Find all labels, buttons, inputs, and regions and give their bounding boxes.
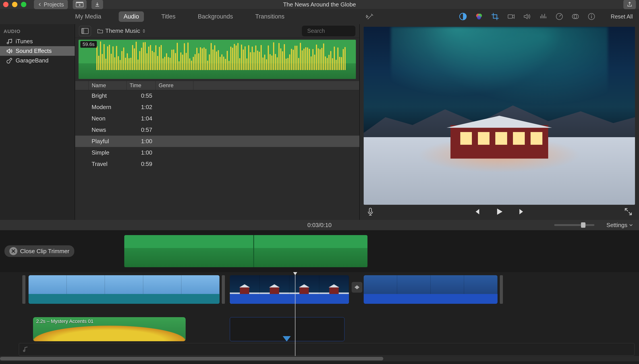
folder-selector[interactable]: Theme Music [97,28,146,34]
clip-filter-button[interactable] [572,12,580,20]
speaker-icon [6,48,12,54]
audio-row[interactable]: News0:57 [75,124,360,136]
share-icon [626,1,633,8]
maximize-window-button[interactable] [21,2,26,7]
audio-row[interactable]: Bright0:55 [75,90,360,102]
clip-edge-handle[interactable] [222,275,225,304]
chevron-left-icon [38,2,42,6]
import-icon [76,2,84,7]
import-media-button[interactable] [73,0,86,9]
folder-label: Theme Music [105,28,140,34]
volume-button[interactable] [523,12,531,20]
tab-audio[interactable]: Audio [119,12,144,22]
playhead[interactable] [295,274,296,359]
enhance-button[interactable] [366,12,375,21]
download-button[interactable] [92,0,103,9]
toolbar: My Media Audio Titles Backgrounds Transi… [0,9,639,24]
timeline[interactable]: 2.2s – Mystery Accents 01 [0,272,639,361]
info-button[interactable] [588,12,596,20]
music-note-icon [6,38,12,44]
close-window-button[interactable] [3,2,8,7]
svg-rect-6 [508,15,512,18]
video-clip-3[interactable] [364,275,498,304]
sidebar-item-garageband[interactable]: GarageBand [0,56,75,65]
audio-row[interactable]: Playful1:00 [75,136,360,147]
close-icon: ✕ [9,247,18,255]
audio-clip-label: 2.2s – Mystery Accents 01 [36,318,94,324]
minimize-window-button[interactable] [12,2,18,7]
audio-clip-mystery-accents[interactable]: 2.2s – Mystery Accents 01 [33,317,186,341]
noise-reduction-button[interactable] [539,12,547,20]
marker-pointer-icon [283,336,291,342]
projects-back-button[interactable]: Projects [34,0,68,9]
voiceover-button[interactable] [366,207,375,218]
sidebar-item-label: Sound Effects [16,48,52,54]
transition-badge[interactable] [352,282,362,293]
magic-wand-icon [366,12,375,21]
tab-my-media[interactable]: My Media [70,12,106,22]
background-music-well[interactable] [19,343,634,356]
video-preview[interactable] [364,27,635,205]
sidebar-item-label: GarageBand [16,57,48,64]
tab-transitions[interactable]: Transitions [250,12,290,22]
audio-row[interactable]: Travel0:59 [75,158,360,170]
stabilization-button[interactable] [507,12,515,20]
detached-audio-clip[interactable] [230,317,344,341]
color-balance-icon [459,12,467,20]
playhead-time: 0:03 [308,222,319,228]
fullscreen-icon [624,207,633,216]
waveform-preview[interactable]: 59.6s [78,40,356,79]
audio-row[interactable]: Simple1:00 [75,147,360,158]
audio-row[interactable]: Neon1:04 [75,113,360,124]
scrollbar-thumb[interactable] [0,357,383,360]
trimmer-waveform[interactable] [124,235,368,267]
overlap-circles-icon [572,12,580,20]
previous-button[interactable] [472,207,482,218]
play-button[interactable] [495,207,504,218]
project-title: The News Around the Globe [283,1,356,8]
clip-edge-handle[interactable] [500,275,503,304]
adjustment-tools [459,12,596,20]
reset-all-button[interactable]: Reset All [611,14,633,20]
color-correction-button[interactable] [475,12,483,20]
fullscreen-button[interactable] [624,207,633,218]
skip-forward-icon [517,207,526,216]
color-balance-button[interactable] [459,12,467,20]
zoom-knob[interactable] [581,222,586,228]
clip-edge-handle[interactable] [22,275,26,304]
play-icon [495,207,504,216]
column-name[interactable]: Name [88,81,126,90]
column-time[interactable]: Time [126,81,156,90]
sidebar-item-sound-effects[interactable]: Sound Effects [0,46,75,56]
sidebar-item-itunes[interactable]: iTunes [0,36,75,46]
audio-row[interactable]: Modern1:02 [75,102,360,113]
video-clip-1[interactable] [28,275,220,304]
timeline-scrollbar[interactable] [0,356,639,361]
transition-icon [354,284,360,290]
video-clip-2[interactable] [230,275,349,304]
music-note-icon [22,346,29,352]
info-icon [588,12,596,20]
sidebar-item-label: iTunes [16,38,33,45]
timeline-settings-button[interactable]: Settings [606,222,633,228]
speed-button[interactable] [555,12,563,20]
tab-backgrounds[interactable]: Backgrounds [193,12,238,22]
close-clip-trimmer-button[interactable]: ✕ Close Clip Trimmer [4,245,74,257]
waveform-duration-badge: 59.6s [80,41,97,48]
skip-back-icon [472,207,482,216]
folder-icon [97,28,103,34]
column-play[interactable] [75,81,88,90]
transport-controls [364,205,635,220]
search-box[interactable] [302,26,356,36]
crop-button[interactable] [491,12,499,20]
tab-titles[interactable]: Titles [156,12,180,22]
speedometer-icon [555,12,563,20]
toggle-sidebar-button[interactable] [79,26,91,36]
volume-icon [523,12,531,20]
zoom-slider[interactable] [554,224,594,226]
share-button[interactable] [624,0,636,9]
column-genre[interactable]: Genre [156,81,194,90]
next-button[interactable] [517,207,526,218]
equalizer-icon [539,12,547,20]
close-trimmer-label: Close Clip Trimmer [20,248,70,255]
